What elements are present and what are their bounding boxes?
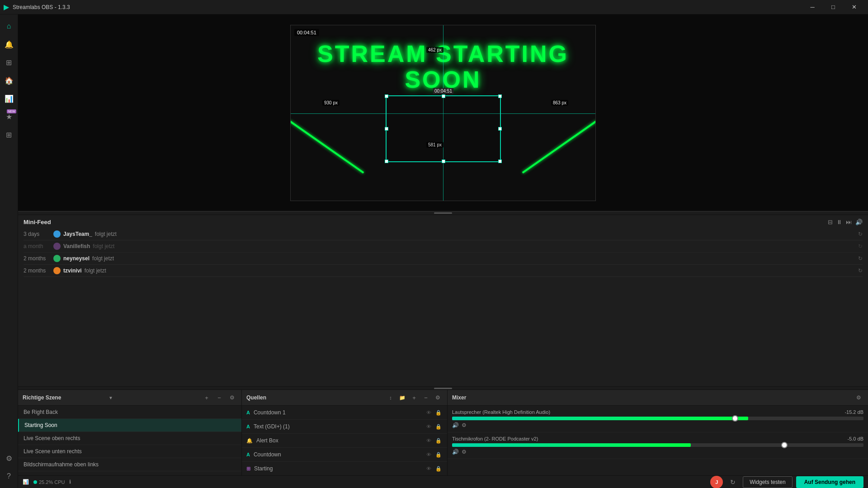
mixer-mic-bar-container [452,443,863,447]
scenes-list: Be Right Back Starting Soon Live Scene o… [18,406,241,475]
scene-item-liveUntenRechts[interactable]: Live Scene unten rechts [18,445,241,458]
mixer-mic-volume-icon[interactable]: 🔊 [452,449,459,455]
mixer-header: Mixer ⚙ [448,390,868,406]
feed-name-1: JaysTeam_ [63,231,92,237]
pause-icon[interactable]: ⏸ [836,219,842,225]
sidebar-item-home[interactable]: ⌂ [1,18,17,34]
mini-feed: Mini-Feed ⊟ ⏸ ⏭ 🔊 3 days JaysTeam_ folgt… [18,215,868,387]
feed-time-1: 3 days [24,231,51,237]
sidebar-item-help[interactable]: ? [1,468,17,484]
feed-refresh-2[interactable]: ↻ [858,243,863,249]
source-eye-countdown[interactable]: 👁 [425,450,433,459]
sidebar-item-settings[interactable]: ⚙ [1,450,17,466]
sources-settings-button[interactable]: ⚙ [433,393,443,403]
drag-indicator [434,212,452,214]
sources-move-up[interactable]: ↕ [386,393,396,403]
mixer-speaker-volume-icon[interactable]: 🔊 [452,422,459,428]
maximize-button[interactable]: □ [823,0,844,14]
handle-bottomright[interactable] [498,160,502,163]
go-live-button[interactable]: Auf Sendung gehen [796,476,863,488]
user-avatar-button[interactable]: J [710,476,723,488]
panel-drag-indicator [434,388,452,389]
source-item-countdown1[interactable]: A Countdown 1 👁 🔒 [242,406,447,420]
minifeed-controls: ⊟ ⏸ ⏭ 🔊 [828,219,863,225]
source-eye-alertbox[interactable]: 👁 [425,436,433,445]
volume-icon[interactable]: 🔊 [855,219,863,225]
selection-label: 00:04:51 [433,88,454,94]
mixer-device-speaker-name: Lautsprecher (Realtek High Definition Au… [452,409,863,415]
mixer-mic-settings-icon[interactable]: ⚙ [462,449,467,455]
feed-time-3: 2 months [24,255,51,262]
sources-remove-button[interactable]: − [421,393,431,403]
dim-label-top: 462 px [426,47,443,53]
sidebar-item-analytics[interactable]: 📊 [1,90,17,107]
handle-bottomleft[interactable] [385,160,388,163]
filter-icon[interactable]: ⊟ [828,219,833,225]
mixer-speaker-thumb[interactable] [732,415,738,422]
sources-header: Quellen ↕ 📁 + − ⚙ [242,390,447,406]
sources-list: A Countdown 1 👁 🔒 A Text (GDI+) (1) 👁 🔒 [242,406,447,476]
source-item-textgdi[interactable]: A Text (GDI+) (1) 👁 🔒 [242,420,447,434]
handle-midleft[interactable] [385,127,388,131]
sidebar-item-new[interactable]: ★ [1,108,17,125]
selection-box[interactable]: 00:04:51 [386,95,501,162]
titlebar: ▶ Streamlabs OBS - 1.3.3 ─ □ ✕ [0,0,868,14]
scene-item-beRightBack[interactable]: Be Right Back [18,406,241,419]
mixer-mic-thumb[interactable] [781,442,788,448]
sources-folder-button[interactable]: 📁 [397,393,407,403]
source-eye-countdown1[interactable]: 👁 [425,408,433,417]
source-item-countdown[interactable]: A Countdown 👁 🔒 [242,448,447,462]
feed-avatar-3 [53,255,61,262]
mixer-mic-volume: -5.0 dB [848,436,863,441]
minimize-button[interactable]: ─ [802,0,823,14]
source-eye-textgdi[interactable]: 👁 [425,422,433,431]
status-info[interactable]: ℹ [69,479,71,485]
mixer-device-mic-name: Tischmikrofon (2- RODE Podcaster v2) -5.… [452,436,863,441]
handle-bottomcenter[interactable] [442,160,445,163]
scenes-remove-button[interactable]: − [214,393,224,403]
preview-area[interactable]: STREAM STARTING SOON 930 px [18,14,868,211]
statusbar: 📊 25.2% CPU ℹ J ↻ Widgets testen Auf Sen… [18,475,868,488]
feed-refresh-1[interactable]: ↻ [858,231,863,237]
handle-topcenter[interactable] [442,94,445,98]
feed-time-2: a month [24,243,51,249]
source-icon-countdown1: A [246,410,250,415]
source-lock-countdown1[interactable]: 🔒 [434,408,443,417]
scenes-settings-button[interactable]: ⚙ [227,393,237,403]
source-name-alertbox: Alert Box [256,437,278,444]
feed-refresh-3[interactable]: ↻ [858,255,863,262]
skip-icon[interactable]: ⏭ [846,219,852,225]
sidebar-item-mixer[interactable]: ⊞ [1,54,17,70]
sources-add-button[interactable]: + [409,393,419,403]
scene-item-liveObenRechts[interactable]: Live Scene oben rechts [18,432,241,445]
refresh-icon-button[interactable]: ↻ [726,476,739,488]
sidebar-item-scenes[interactable]: 🏠 [1,72,17,89]
source-lock-textgdi[interactable]: 🔒 [434,422,443,431]
scene-item-startingSoon[interactable]: Starting Soon [18,419,241,432]
mixer-speaker-bar [452,417,748,420]
close-button[interactable]: ✕ [844,0,864,14]
mixer-speaker-settings-icon[interactable]: ⚙ [462,422,467,428]
scenes-dropdown-icon[interactable]: ▼ [108,395,113,400]
mixer-mic-controls: 🔊 ⚙ [452,449,863,455]
sidebar-item-apps[interactable]: ⊞ [1,127,17,143]
source-lock-starting[interactable]: 🔒 [434,465,443,473]
sidebar-item-alerts[interactable]: 🔔 [1,36,17,52]
source-eye-starting[interactable]: 👁 [425,465,433,473]
preview-drag-handle[interactable] [18,211,868,215]
widgets-test-button[interactable]: Widgets testen [743,476,792,488]
scene-item-bildschirm[interactable]: Bildschirmaufnahme oben links [18,458,241,471]
handle-midright[interactable] [498,127,502,131]
source-lock-alertbox[interactable]: 🔒 [434,436,443,445]
source-item-alertbox[interactable]: 🔔 Alert Box 👁 🔒 [242,434,447,448]
handle-topleft[interactable] [385,94,388,98]
source-item-starting[interactable]: ⊞ Starting 👁 🔒 [242,462,447,476]
mixer-speaker-label: Lautsprecher (Realtek High Definition Au… [452,409,550,415]
status-graph[interactable]: 📊 [23,479,29,485]
mixer-settings-button[interactable]: ⚙ [854,393,863,403]
feed-refresh-4[interactable]: ↻ [858,267,863,274]
handle-topright[interactable] [498,94,502,98]
feed-time-4: 2 months [24,267,51,274]
source-lock-countdown[interactable]: 🔒 [434,450,443,459]
scenes-add-button[interactable]: + [202,393,212,403]
